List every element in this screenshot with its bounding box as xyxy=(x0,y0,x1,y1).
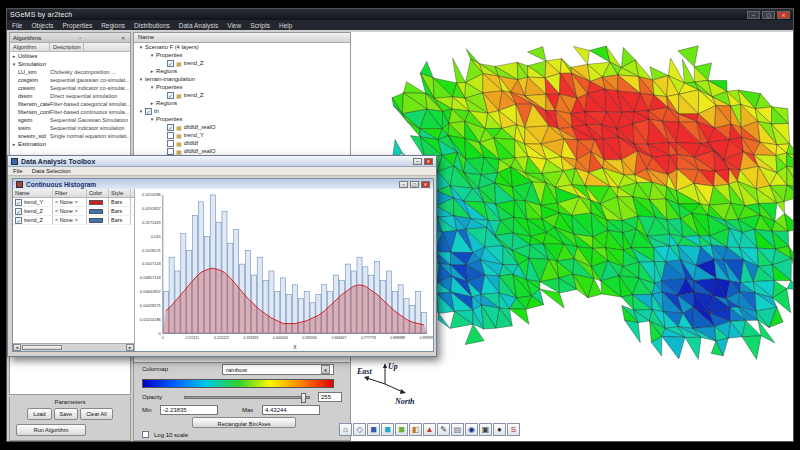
menu-data-analysis[interactable]: Data Analysis xyxy=(179,22,218,29)
toolbox-menu-data-selection[interactable]: Data Selection xyxy=(32,168,71,174)
column-header[interactable]: Style xyxy=(109,189,131,197)
object-tree-item[interactable]: ▾terrain-triangulation xyxy=(134,75,350,83)
object-tree-item[interactable]: ▦dfdfdf xyxy=(134,139,350,147)
scrollbar-thumb[interactable] xyxy=(22,345,62,350)
expand-icon[interactable]: ▸ xyxy=(148,68,156,74)
column-header[interactable]: Name xyxy=(13,189,53,197)
column-header-description[interactable]: Description xyxy=(50,43,84,51)
object-tree-item[interactable]: ▾Properties xyxy=(134,83,350,91)
algorithm-item[interactable]: snesim_stdSingle normal equation simulat… xyxy=(10,132,130,140)
cone-red-icon[interactable]: ▲ xyxy=(423,423,436,436)
object-tree-item[interactable]: ▸Regions xyxy=(134,67,350,75)
object-tree-item[interactable]: ▦trend_Y xyxy=(134,131,350,139)
checkbox[interactable]: ✓ xyxy=(145,108,152,115)
load-button[interactable]: Load xyxy=(27,408,51,420)
clear-all-button[interactable]: Clear All xyxy=(80,408,112,420)
snapshot-icon[interactable]: ● xyxy=(493,423,506,436)
save-button[interactable]: Save xyxy=(54,408,79,420)
toolbox-menu-file[interactable]: File xyxy=(13,168,23,174)
opacity-slider-thumb[interactable] xyxy=(301,393,306,403)
menu-distributions[interactable]: Distributions xyxy=(134,22,170,29)
chevron-down-icon[interactable]: ▾ xyxy=(321,365,330,374)
close-panel-icon[interactable]: ✕ xyxy=(119,35,127,41)
menu-objects[interactable]: Objects xyxy=(31,22,53,29)
menu-file[interactable]: File xyxy=(12,22,22,29)
checkbox[interactable]: ✓ xyxy=(15,199,22,206)
histogram-series-row[interactable]: ✓trend_Z< None >Bars xyxy=(13,216,134,225)
algorithm-item[interactable]: sisimSequential indicator simulation xyxy=(10,124,130,132)
collapse-icon[interactable]: ▾ xyxy=(148,52,156,58)
series-style[interactable]: Bars xyxy=(109,198,131,206)
checkbox[interactable]: ✓ xyxy=(15,217,22,224)
collapse-icon[interactable]: ▾ xyxy=(148,84,156,90)
menu-properties[interactable]: Properties xyxy=(63,22,93,29)
algorithm-item[interactable]: cosgsimsequential gaussian co-simulat... xyxy=(10,76,130,84)
collapse-icon[interactable]: ▾ xyxy=(137,108,145,114)
expand-icon[interactable]: ▸ xyxy=(10,53,18,59)
log-scale-checkbox[interactable] xyxy=(142,431,149,438)
series-color[interactable] xyxy=(87,207,109,215)
algorithm-group[interactable]: ▸Utilities xyxy=(10,52,130,60)
checkbox[interactable]: ✓ xyxy=(15,208,22,215)
checkbox[interactable] xyxy=(167,132,174,139)
checkbox[interactable] xyxy=(167,140,174,147)
rectangular-bin-axes-button[interactable]: Rectangular Bin/Axes xyxy=(192,417,296,428)
algorithm-item[interactable]: cossimSequential indicator co-simulat... xyxy=(10,84,130,92)
paint-pen-icon[interactable]: ✎ xyxy=(437,423,450,436)
minimize-button[interactable]: – xyxy=(747,11,760,19)
object-tree-item[interactable]: ✓▦dfdfdf_realO xyxy=(134,123,350,131)
histogram-title-bar[interactable]: Continuous Histogram – ▢ ✕ xyxy=(13,179,433,189)
objects-column-header[interactable]: Name xyxy=(134,33,350,43)
max-value-field[interactable]: 4.43244 xyxy=(262,405,320,415)
menu-scripts[interactable]: Scripts xyxy=(250,22,270,29)
expand-icon[interactable]: ▸ xyxy=(10,141,18,147)
save-view-icon[interactable]: ▣ xyxy=(479,423,492,436)
eyes-icon[interactable]: ◉ xyxy=(465,423,478,436)
run-algorithm-button[interactable]: Run Algorithm xyxy=(16,424,86,436)
histogram-series-row[interactable]: ✓trend_Y< None >Bars xyxy=(13,198,134,207)
scroll-left-icon[interactable]: ◄ xyxy=(13,344,21,351)
series-filter[interactable]: < None > xyxy=(53,198,87,206)
menu-view[interactable]: View xyxy=(227,22,241,29)
checkbox[interactable]: ✓ xyxy=(167,60,174,67)
algorithm-item[interactable]: filtersim_cateFilter-based categorical s… xyxy=(10,100,130,108)
series-filter[interactable]: < None > xyxy=(53,216,87,224)
column-header[interactable]: Filter xyxy=(53,189,87,197)
object-tree-item[interactable]: ▾✓tri xyxy=(134,107,350,115)
expand-icon[interactable]: ▸ xyxy=(148,100,156,106)
collapse-icon[interactable]: ▾ xyxy=(137,44,145,50)
sgems-logo-icon[interactable]: S xyxy=(507,423,520,436)
object-tree-item[interactable]: ▾Properties xyxy=(134,51,350,59)
float-panel-icon[interactable]: ▫ xyxy=(76,35,84,41)
checkbox[interactable]: ✓ xyxy=(167,124,174,131)
toolbox-minimize-button[interactable]: – xyxy=(413,158,422,165)
histogram-series-row[interactable]: ✓trend_Z< None >Bars xyxy=(13,207,134,216)
cube-outline-icon[interactable]: ◇ xyxy=(353,423,366,436)
object-tree-item[interactable]: ▾Scenario F (4 layers) xyxy=(134,43,350,51)
close-button[interactable]: ✕ xyxy=(777,11,790,19)
collapse-icon[interactable]: ▾ xyxy=(10,61,18,67)
series-filter[interactable]: < None > xyxy=(53,207,87,215)
collapse-icon[interactable]: ▾ xyxy=(137,76,145,82)
cube-rainbow-icon[interactable]: ◧ xyxy=(409,423,422,436)
object-tree-item[interactable]: ▾Properties xyxy=(134,115,350,123)
menu-regions[interactable]: Regions xyxy=(101,22,125,29)
histogram-minimize-button[interactable]: – xyxy=(399,181,408,188)
column-header[interactable]: Color xyxy=(87,189,109,197)
algorithm-item[interactable]: dssimDirect sequential simulation xyxy=(10,92,130,100)
colormap-select[interactable]: rainbow ▾ xyxy=(222,364,334,375)
cube-green-icon[interactable]: ◼ xyxy=(395,423,408,436)
collapse-icon[interactable]: ▾ xyxy=(148,116,156,122)
series-color[interactable] xyxy=(87,216,109,224)
object-tree-item[interactable]: ▦dfdfdf_realO xyxy=(134,147,350,155)
object-tree-item[interactable]: ▸Regions xyxy=(134,99,350,107)
horizontal-scrollbar[interactable]: ◄ ► xyxy=(13,343,134,351)
algorithm-group[interactable]: ▸Estimation xyxy=(10,140,130,148)
min-value-field[interactable]: -2.23835 xyxy=(160,405,218,415)
cube-blue-icon[interactable]: ◼ xyxy=(367,423,380,436)
object-tree-item[interactable]: ✓▦trend_Z xyxy=(134,59,350,67)
menu-help[interactable]: Help xyxy=(279,22,292,29)
algorithm-item[interactable]: sgsimSequential Gaussian Simulation xyxy=(10,116,130,124)
checkbox[interactable]: ✓ xyxy=(167,92,174,99)
series-style[interactable]: Bars xyxy=(109,207,131,215)
